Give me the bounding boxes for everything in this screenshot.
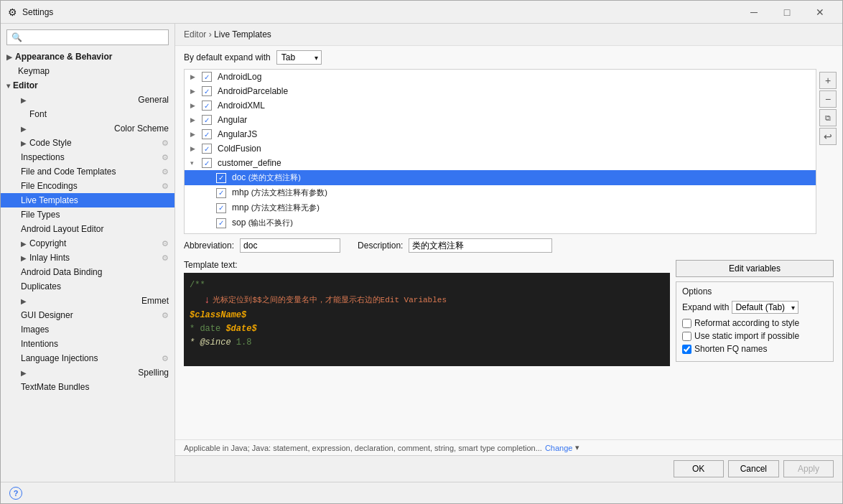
checkbox-mhp[interactable]: ✓ (216, 188, 226, 198)
checkbox-mnp[interactable]: ✓ (216, 203, 226, 213)
checkbox-androidxml[interactable]: ✓ (202, 101, 212, 111)
checkbox-angular[interactable]: ✓ (202, 115, 212, 125)
template-section: Template text: /** ↓ 光标定位到$$之间的变量名中，才能显示… (175, 260, 842, 439)
sidebar-item-keymap[interactable]: Keymap (1, 64, 174, 78)
checkbox-customer-define[interactable]: ✓ (202, 158, 212, 168)
template-code[interactable]: /** ↓ 光标定位到$$之间的变量名中，才能显示右边的Edit Variabl… (184, 273, 670, 366)
window-controls: ─ □ ✕ (737, 1, 837, 24)
edit-variables-button[interactable]: Edit variables (676, 260, 834, 277)
code-line-since: * @since 1.8 (190, 336, 664, 350)
checkbox-androidparcelable[interactable]: ✓ (202, 86, 212, 96)
search-input[interactable] (11, 32, 164, 42)
expand-select-wrapper[interactable]: Tab Enter Space (276, 50, 322, 65)
reset-button[interactable]: ↩ (819, 128, 837, 145)
expand-with-select-wrapper[interactable]: Default (Tab) Tab Enter Space (732, 301, 798, 314)
shorten-fq-checkbox[interactable] (682, 345, 691, 354)
cancel-button[interactable]: Cancel (728, 460, 779, 477)
sidebar-item-images[interactable]: Images (1, 322, 174, 337)
sidebar-item-label: Emmet (141, 296, 169, 306)
sidebar-item-file-encodings[interactable]: File Encodings ⚙ (1, 179, 174, 193)
help-button[interactable]: ? (9, 487, 22, 500)
tree-item-mhp[interactable]: ✓ mhp (方法文档注释有参数) (185, 185, 816, 200)
tree-item-label: Angular (218, 115, 247, 125)
sidebar-item-label: Code Style (29, 138, 162, 148)
copy-button[interactable]: ⧉ (819, 109, 837, 126)
checkbox-test[interactable]: ✓ (216, 233, 226, 235)
sidebar-item-general[interactable]: ▶ General (1, 93, 174, 107)
tree-item-mnp[interactable]: ✓ mnp (方法文档注释无参) (185, 200, 816, 215)
description-input[interactable] (409, 238, 552, 253)
expand-with-select[interactable]: Default (Tab) Tab Enter Space (732, 301, 798, 314)
sidebar-item-inspections[interactable]: Inspections ⚙ (1, 150, 174, 164)
tree-item-angularjs[interactable]: ▶ ✓ AngularJS (185, 127, 816, 141)
static-import-label: Use static import if possible (694, 331, 799, 341)
shorten-fq-label: Shorten FQ names (694, 344, 767, 354)
remove-button[interactable]: − (819, 90, 837, 108)
ok-button[interactable]: OK (674, 460, 724, 477)
sidebar-item-textmate-bundles[interactable]: TextMate Bundles (1, 380, 174, 394)
sidebar-item-spelling[interactable]: ▶ Spelling (1, 365, 174, 380)
settings-icon: ⚙ (162, 182, 169, 191)
sidebar-item-intentions[interactable]: Intentions (1, 337, 174, 351)
description-label: Description: (358, 241, 403, 251)
change-link[interactable]: Change (545, 444, 573, 452)
tree-item-angular[interactable]: ▶ ✓ Angular (185, 113, 816, 127)
tree-item-androidxml[interactable]: ▶ ✓ AndroidXML (185, 98, 816, 113)
tree-item-androidlog[interactable]: ▶ ✓ AndroidLog (185, 70, 816, 84)
checkbox-angularjs[interactable]: ✓ (202, 129, 212, 139)
expand-tri: ▶ (190, 116, 199, 123)
abbreviation-input[interactable] (240, 238, 340, 253)
static-import-checkbox[interactable] (682, 332, 691, 341)
close-button[interactable]: ✕ (804, 1, 837, 24)
sidebar: ▶ Appearance & Behavior Keymap ▾ Editor … (1, 24, 175, 482)
toolbar: By default expand with Tab Enter Space (175, 46, 842, 69)
tree-item-sop[interactable]: ✓ sop (输出不换行) (185, 215, 816, 230)
sidebar-item-android-layout-editor[interactable]: Android Layout Editor (1, 222, 174, 236)
tree-item-label: AngularJS (218, 129, 257, 139)
sidebar-item-file-types[interactable]: File Types (1, 207, 174, 222)
search-box[interactable] (6, 29, 169, 45)
settings-icon: ⚙ (162, 253, 169, 263)
change-arrow: ▾ (575, 443, 579, 452)
sidebar-item-code-style[interactable]: ▶ Code Style ⚙ (1, 136, 174, 150)
sidebar-item-file-code-templates[interactable]: File and Code Templates ⚙ (1, 164, 174, 179)
sidebar-item-color-scheme[interactable]: ▶ Color Scheme (1, 121, 174, 136)
tree-item-label: sop (输出不换行) (232, 218, 293, 228)
sidebar-item-language-injections[interactable]: Language Injections ⚙ (1, 351, 174, 365)
sidebar-item-label: Duplicates (21, 281, 61, 291)
checkbox-sop[interactable]: ✓ (216, 218, 226, 228)
tree-item-customer-define[interactable]: ▾ ✓ customer_define (185, 156, 816, 170)
tree-item-test[interactable]: ✓ test (测试方法) (185, 230, 816, 234)
sidebar-item-inlay-hints[interactable]: ▶ Inlay Hints ⚙ (1, 251, 174, 265)
reformat-checkbox[interactable] (682, 319, 691, 328)
bottom-bar: ? (1, 482, 842, 503)
sidebar-item-duplicates[interactable]: Duplicates (1, 279, 174, 294)
checkbox-coldfusion[interactable]: ✓ (202, 144, 212, 154)
sidebar-item-copyright[interactable]: ▶ Copyright ⚙ (1, 236, 174, 251)
tree-item-label: ColdFusion (218, 144, 261, 154)
expand-select[interactable]: Tab Enter Space (276, 50, 322, 65)
expand-tri: ▶ (190, 73, 199, 80)
sidebar-item-appearance[interactable]: ▶ Appearance & Behavior (1, 50, 174, 64)
sidebar-item-gui-designer[interactable]: GUI Designer ⚙ (1, 308, 174, 322)
sidebar-item-font[interactable]: Font (1, 107, 174, 121)
tree-item-androidparcelable[interactable]: ▶ ✓ AndroidParcelable (185, 84, 816, 98)
checkbox-doc[interactable]: ✓ (216, 173, 226, 183)
sidebar-item-android-data-binding[interactable]: Android Data Binding (1, 265, 174, 279)
checkbox-androidlog[interactable]: ✓ (202, 72, 212, 82)
template-text-area: Template text: /** ↓ 光标定位到$$之间的变量名中，才能显示… (184, 260, 670, 439)
sidebar-item-live-templates[interactable]: Live Templates (1, 193, 174, 207)
tree-item-doc[interactable]: ✓ doc (类的文档注释) (185, 170, 816, 185)
minimize-button[interactable]: ─ (737, 1, 770, 24)
tree-item-label: AndroidXML (218, 101, 265, 111)
sidebar-item-editor[interactable]: ▾ Editor (1, 78, 174, 93)
sidebar-item-label: File Types (21, 210, 60, 220)
tree-item-coldfusion[interactable]: ▶ ✓ ColdFusion (185, 141, 816, 156)
maximize-button[interactable]: □ (770, 1, 804, 24)
sidebar-item-emmet[interactable]: ▶ Emmet (1, 294, 174, 308)
settings-icon: ⚙ (162, 354, 169, 363)
expand-tri: ▶ (190, 131, 199, 138)
add-button[interactable]: + (819, 72, 837, 89)
main-content: Editor › Live Templates By default expan… (175, 24, 842, 482)
apply-button[interactable]: Apply (783, 460, 834, 477)
